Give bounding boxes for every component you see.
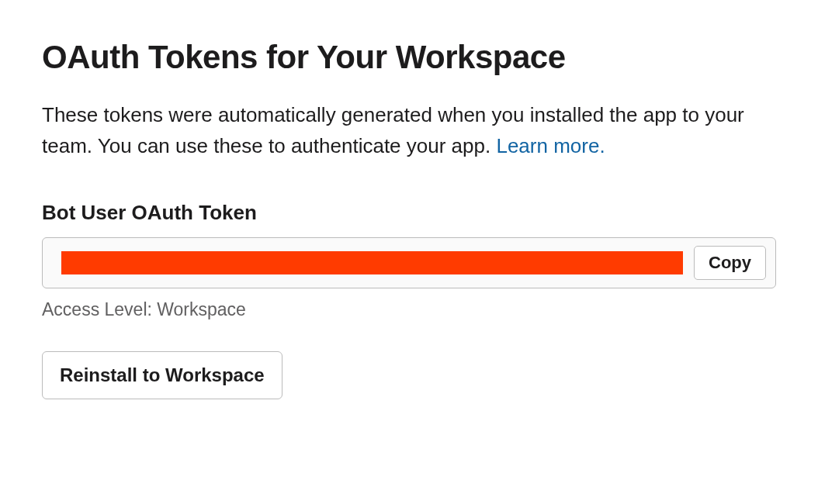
description-text: These tokens were automatically generate… — [42, 103, 744, 157]
token-value-redacted[interactable] — [61, 251, 683, 274]
page-title: OAuth Tokens for Your Workspace — [42, 39, 776, 76]
access-level-label: Access Level: Workspace — [42, 299, 776, 320]
learn-more-link[interactable]: Learn more. — [496, 134, 605, 157]
token-input-container: Copy — [42, 237, 776, 288]
token-section-label: Bot User OAuth Token — [42, 201, 776, 225]
copy-button[interactable]: Copy — [694, 246, 766, 280]
token-description: These tokens were automatically generate… — [42, 99, 776, 162]
reinstall-button[interactable]: Reinstall to Workspace — [42, 351, 282, 399]
